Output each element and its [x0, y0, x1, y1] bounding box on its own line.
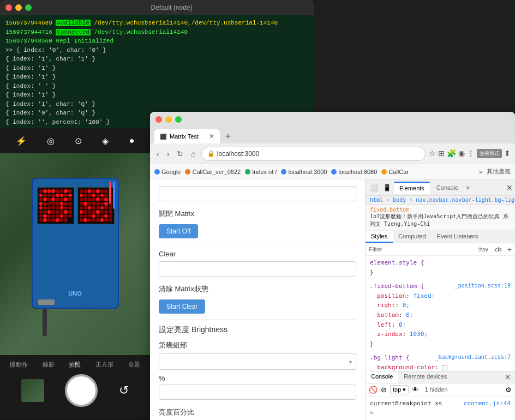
home-button[interactable]: ⌂	[189, 148, 197, 159]
breadcrumb-nav[interactable]: nav.navbar.navbar-light.bg-light.fixed-b…	[416, 197, 515, 203]
reload-button[interactable]: ↻	[175, 148, 185, 159]
camera-flip-icon[interactable]: ↺	[119, 383, 129, 398]
menu-icon[interactable]: ⋮	[467, 149, 475, 158]
flash-icon[interactable]: ⚡	[16, 136, 27, 146]
clear-state-label: 清除 Matrix狀態	[159, 284, 356, 294]
extensions-icon[interactable]: 🧩	[447, 149, 456, 158]
camera-shutter-button[interactable]	[65, 374, 98, 407]
breadcrumb-body[interactable]: body	[393, 197, 406, 203]
bookmark-google[interactable]: Google	[154, 169, 181, 175]
bookmark-label: Google	[161, 169, 181, 175]
tab-close-button[interactable]: ✕	[209, 133, 214, 140]
css-rules: element.style { } .fixed-bottom {_positi…	[366, 256, 515, 371]
camera-thumbnail[interactable]	[21, 379, 44, 402]
more-icon[interactable]: ●	[129, 136, 135, 146]
bookmark-localhost3000[interactable]: localhost:3000	[281, 169, 327, 175]
devtools-bottom: Console Remote devices ✕ 🚫 ⊘ top ▾ 👁 1 h…	[366, 371, 515, 420]
devtools-tab-elements[interactable]: Elements	[394, 182, 430, 194]
fixed-bottom-highlight: fixed-bottom	[370, 207, 409, 213]
bookmark-index[interactable]: Index of /	[245, 169, 277, 175]
component-select[interactable]	[159, 353, 356, 370]
browser-tab-active[interactable]: ⬛ Matrix Test ✕	[154, 129, 220, 143]
console-eye-icon[interactable]: 👁	[412, 386, 419, 394]
console-filter-icon[interactable]: ⊘	[381, 386, 387, 394]
terminal-close-dot[interactable]	[5, 4, 12, 11]
console-close-button[interactable]: ✕	[500, 371, 515, 383]
new-tab-button[interactable]: +	[221, 129, 235, 143]
bookmark-callcar[interactable]: CallCar_ver_0622	[185, 169, 241, 175]
bookmark-callcar2[interactable]: CallCar	[381, 169, 409, 175]
address-bar[interactable]: 🔒 localhost:3000	[201, 147, 426, 161]
bookmark-localhost8080[interactable]: localhost:8080	[331, 169, 377, 175]
other-bookmarks-label[interactable]: 其他書籤	[487, 167, 511, 176]
camera-controls: ↺	[0, 371, 150, 410]
styles-tab-computed[interactable]: Computed	[393, 231, 432, 243]
brightness-desc: 亮度百分比	[159, 407, 356, 417]
terminal-content: 1569737944689 Available /dev/tty.wchusbs…	[0, 15, 314, 128]
terminal-maximize-dot[interactable]	[25, 4, 32, 11]
start-clear-button[interactable]: Start Clear	[159, 299, 205, 314]
camera-mode-panorama[interactable]: 全景	[128, 361, 140, 369]
console-tab-remote[interactable]: Remote devices	[398, 371, 452, 383]
console-clear-icon[interactable]: 🚫	[369, 386, 378, 394]
devtools-tab-console[interactable]: Console	[431, 182, 464, 193]
matrix-section-label: 關閉 Matrix	[159, 209, 356, 219]
css-selector: element.style {	[370, 259, 424, 266]
devtools-device-icon[interactable]: 📱	[381, 182, 393, 194]
percent-input[interactable]	[159, 385, 356, 400]
bookmark-icon[interactable]: ☆	[429, 149, 436, 158]
breadcrumb-html[interactable]: html	[370, 197, 383, 203]
camera-mode-video[interactable]: 錄影	[43, 361, 55, 369]
camera-bottom-bar: 慢動作 錄影 拍照 正方形 全景 ↺	[0, 355, 150, 419]
more-bookmarks[interactable]: »	[479, 169, 482, 175]
add-style-icon[interactable]: +	[507, 245, 512, 254]
console-tab-console[interactable]: Console	[366, 371, 398, 383]
terminal-minimize-dot[interactable]	[15, 4, 22, 11]
incognito-label: 無痕模式	[477, 149, 502, 158]
camera-mode-slow[interactable]: 慢動作	[10, 361, 28, 369]
browser-minimize-dot[interactable]	[165, 116, 172, 123]
css-file-link[interactable]: _position.scss:19	[455, 281, 511, 290]
start-off-button[interactable]: Start Off	[159, 224, 198, 238]
cls-filter[interactable]: .cls	[494, 247, 502, 253]
tab-overview-icon[interactable]: ⊞	[438, 149, 445, 158]
styles-filter: :hov .cls +	[366, 243, 515, 256]
css-selector: .bg-light {	[370, 354, 410, 361]
css-rule-bg-light: .bg-light {_background.iant.scss:7 backg…	[370, 353, 511, 370]
camera-mode-square[interactable]: 正方形	[95, 361, 113, 369]
camera-mode-photo[interactable]: 拍照	[69, 361, 81, 369]
back-button[interactable]: ‹	[154, 148, 161, 159]
console-settings-icon[interactable]: ⚙	[505, 386, 512, 394]
console-prompt[interactable]: >	[370, 408, 374, 418]
browser-close-dot[interactable]	[155, 116, 162, 123]
share-icon[interactable]: ⬆	[504, 149, 511, 158]
terminal-title: Default (node)	[151, 4, 192, 11]
styles-tab-events[interactable]: Event Listeners	[432, 231, 484, 243]
pseudo-filter[interactable]: :hov	[478, 247, 488, 253]
hidden-count: 1 hidden	[424, 386, 447, 393]
console-text: currentBreakpoint xs	[370, 399, 442, 409]
forward-button[interactable]: ›	[165, 148, 172, 159]
devtools-more-tabs[interactable]: »	[466, 184, 470, 191]
terminal-line: { index: '1' }	[5, 73, 308, 82]
webpage-panel: 關閉 Matrix Start Off Clear 清除 Matrix狀態 St…	[150, 179, 366, 420]
devtools-inspect-icon[interactable]: ⬜	[368, 182, 380, 194]
filter-icon[interactable]: ◈	[102, 136, 109, 146]
browser-maximize-dot[interactable]	[175, 116, 182, 123]
devtools-close-button[interactable]: ✕	[506, 183, 513, 192]
styles-tab-styles[interactable]: Styles	[366, 231, 393, 243]
element-highlight: fixed-bottom IoT沒那麼難！新手用JavaScript入門做自己的…	[366, 205, 515, 231]
console-link[interactable]: content.js:44	[464, 399, 511, 409]
styles-filter-input[interactable]	[369, 246, 475, 253]
matrix-input[interactable]	[159, 186, 356, 201]
camera-viewfinder: UNO	[0, 153, 150, 355]
css-file-link[interactable]: _background.iant.scss:7	[435, 353, 511, 362]
timer-icon[interactable]: ⊙	[75, 136, 82, 146]
console-context-selector[interactable]: top ▾	[390, 385, 409, 394]
clear-input[interactable]	[159, 261, 356, 277]
browser-tab-label: Matrix Test	[170, 133, 199, 140]
css-rule-element-style: element.style { }	[370, 258, 511, 277]
devtools-panel: ⬜ 📱 Elements Console » ✕ html › body › n…	[366, 179, 515, 420]
camera-settings-icon[interactable]: ◎	[47, 136, 55, 146]
profile-icon[interactable]: ◉	[458, 149, 465, 158]
